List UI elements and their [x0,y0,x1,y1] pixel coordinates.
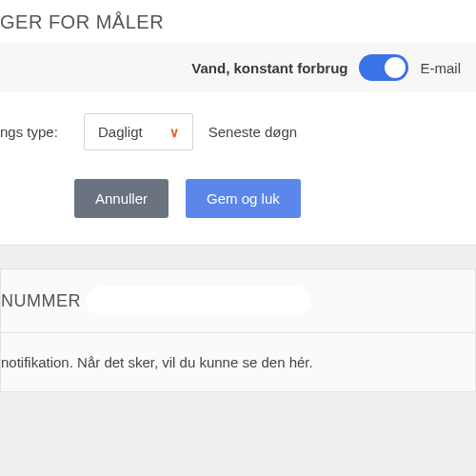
card-title: NUMMER [1,291,81,311]
card-header: NUMMER [1,269,475,333]
frequency-label: ngs type: [0,124,69,140]
notification-setting-row: Vand, konstant forbrug E-mail [0,43,476,92]
frequency-hint: Seneste døgn [208,124,297,140]
background-panel: NUMMER notifikation. Når det sker, vil d… [0,245,476,476]
card-body: notifikation. Når det sker, vil du kunne… [1,333,475,391]
meter-settings-modal: GER FOR MÅLER Vand, konstant forbrug E-m… [0,0,476,245]
modal-actions: Annuller Gem og luk [0,171,476,218]
save-button[interactable]: Gem og luk [186,179,301,218]
setting-label: Vand, konstant forbrug [191,60,347,76]
toggle-knob [385,57,406,78]
modal-title: GER FOR MÅLER [0,11,476,43]
redacted-value [87,287,310,315]
cancel-button[interactable]: Annuller [74,179,169,218]
chevron-down-icon: ∨ [169,125,179,140]
frequency-row: ngs type: Dagligt ∨ Seneste døgn [0,92,476,171]
frequency-selected: Dagligt [98,124,143,140]
meter-card: NUMMER notifikation. Når det sker, vil d… [0,268,476,392]
email-toggle[interactable] [359,54,408,81]
frequency-select[interactable]: Dagligt ∨ [84,113,193,150]
channel-label: E-mail [420,60,461,76]
